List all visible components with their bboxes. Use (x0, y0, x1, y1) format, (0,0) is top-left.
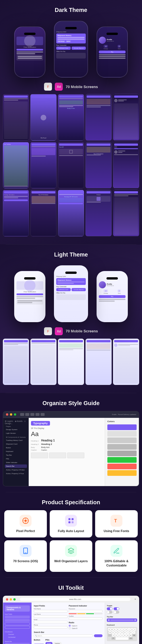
search-bar[interactable]: 🔍 (5, 643, 30, 644)
keyboard-label: Keyboard (107, 624, 137, 626)
key-return[interactable]: return (129, 637, 133, 640)
key-123[interactable]: 123 (111, 637, 115, 640)
color-yellow (107, 470, 137, 476)
input-field-1[interactable] (5, 616, 30, 618)
sidebar-item-light[interactable]: Light Version (5, 432, 27, 435)
key-d[interactable]: D (115, 631, 117, 634)
pill-inactive[interactable]: Inactive (53, 642, 61, 644)
typography-sample: Aa (31, 430, 103, 438)
key-p[interactable]: P (133, 628, 136, 631)
radio-unselected[interactable] (69, 627, 71, 629)
radio-selected[interactable] (69, 625, 71, 627)
key-y[interactable]: Y (122, 628, 125, 631)
sidebar-item-active2[interactable]: Active, Property 2=True (5, 472, 27, 475)
key-k[interactable]: K (130, 631, 132, 634)
key-l[interactable]: L (133, 631, 135, 634)
url-bar[interactable]: www.fillo.com (20, 598, 130, 601)
spec-card-layers: Well Organized Layers (50, 540, 92, 572)
input-field-2[interactable] (5, 619, 30, 622)
search-bar-section-label: Search Bar (34, 631, 103, 633)
close-dot[interactable] (6, 413, 8, 416)
toggle-on-1[interactable] (107, 607, 112, 610)
pixel-perfect-label: Pixel Perfect (16, 529, 35, 533)
toggle-off-1[interactable] (107, 611, 112, 614)
toolbar-icon (30, 413, 34, 416)
last-name-input[interactable] (34, 615, 68, 618)
sidebar-item-button[interactable]: Button (5, 446, 27, 449)
key-m[interactable]: M (130, 634, 132, 637)
sidebar-item-tracking[interactable]: Tracking History Card (5, 439, 27, 442)
toggle-off-2[interactable] (114, 611, 119, 614)
key-j[interactable]: J (127, 631, 129, 634)
pill-active[interactable]: Active (45, 642, 53, 644)
key-u[interactable]: U (125, 628, 128, 631)
checkbox-checked[interactable] (5, 633, 7, 635)
key-b[interactable]: B (124, 634, 126, 637)
sidebar-item-pills[interactable]: Pills (5, 457, 27, 460)
layers-icon (65, 545, 77, 557)
sidebar-item-shipment[interactable]: Shipment Card (5, 442, 27, 446)
key-g[interactable]: G (121, 631, 123, 634)
first-name-input[interactable] (34, 610, 68, 612)
phone-input[interactable] (34, 626, 68, 629)
sidebar-item-keyboard[interactable]: Keyboard (5, 450, 27, 453)
close-button[interactable] (6, 598, 8, 601)
maximize-button[interactable] (13, 598, 16, 601)
key-s[interactable]: S (112, 631, 114, 634)
color-green (107, 457, 137, 463)
light-right-phone: Profile Nicole Warren 12 Package 8 Send … (97, 271, 128, 322)
sidebar-item-design-system[interactable]: Design System (5, 428, 27, 431)
key-q[interactable]: Q (108, 628, 110, 631)
mini-screen: Package Information (3, 190, 29, 236)
confirm-input[interactable] (69, 617, 103, 620)
key-e[interactable]: E (114, 628, 116, 631)
toolbar-icon: ≡ (135, 598, 136, 601)
key-backspace[interactable]: ⌫ (132, 634, 136, 637)
sidebar-item-active1[interactable]: Active, Property 2=False (5, 468, 27, 472)
radio-section-label: Radio (69, 622, 103, 624)
topbar-preview (107, 618, 137, 622)
tk-sidebar: Components & Variants Input Fields Check… (3, 603, 32, 644)
toolkit-preview: www.fillo.com ≡ Components & Variants In… (3, 596, 139, 644)
search-bar-input[interactable]: 🔍 Search... (34, 634, 93, 637)
input-field-outlined-2[interactable] (5, 626, 30, 629)
color-purple (107, 424, 137, 430)
minimize-button[interactable] (10, 598, 12, 601)
toggle-on-2[interactable] (114, 607, 119, 610)
key-n[interactable]: N (126, 634, 129, 637)
key-a[interactable]: A (109, 631, 111, 634)
checkbox-group: Checkboxes Checked Unchecked (5, 631, 30, 638)
key-space[interactable] (116, 637, 128, 640)
key-z[interactable]: Z (112, 634, 115, 637)
caption-sample: Caption (41, 449, 47, 451)
email-input[interactable] (34, 621, 68, 623)
maximize-dot[interactable] (14, 413, 16, 416)
color-gray2 (107, 437, 137, 443)
mini-screen (30, 142, 57, 189)
key-x[interactable]: X (115, 634, 118, 637)
checkbox-unchecked[interactable] (5, 636, 7, 638)
input-field-outlined[interactable] (5, 622, 30, 625)
sg-toolbar: Drafts · Parcel Delivery updated (3, 411, 139, 418)
key-f[interactable]: F (118, 631, 120, 634)
key-w[interactable]: W (111, 628, 113, 631)
key-c[interactable]: C (118, 634, 120, 637)
sidebar-item-search[interactable]: Search Bar (5, 464, 27, 468)
toolbar-icon (36, 413, 39, 416)
password-input[interactable] (69, 610, 103, 612)
key-i[interactable]: I (128, 628, 130, 631)
search-button[interactable] (94, 634, 103, 637)
screens-label: 70 Screens (iOS) (13, 559, 38, 563)
mini-screen: Face ID Verification (85, 142, 112, 189)
key-h[interactable]: H (124, 631, 126, 634)
key-t[interactable]: T (119, 628, 122, 631)
sidebar-item-topbar[interactable]: Top Bar (5, 453, 27, 457)
key-v[interactable]: V (121, 634, 123, 637)
mini-screen (113, 190, 139, 236)
spec-card-pixel-perfect: Pixel Perfect (4, 510, 47, 537)
sidebar-item-slider[interactable]: Slider Indicator (5, 461, 27, 464)
key-o[interactable]: O (131, 628, 133, 631)
minimize-dot[interactable] (10, 413, 12, 416)
key-shift[interactable]: ↑ (108, 634, 112, 637)
key-r[interactable]: R (116, 628, 119, 631)
